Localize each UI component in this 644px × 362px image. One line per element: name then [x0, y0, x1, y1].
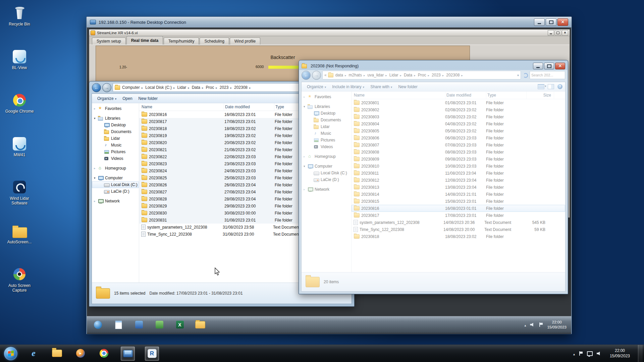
file-row[interactable]: 20230818 18/08/2023 23:02 File folder: [352, 233, 565, 240]
expander-icon[interactable]: [94, 117, 98, 120]
breadcrumb-item[interactable]: 2023: [219, 85, 234, 90]
taskbar-icon[interactable]: [173, 319, 186, 331]
column-header[interactable]: Name: [141, 103, 224, 111]
expander-icon[interactable]: [304, 155, 308, 158]
back-button[interactable]: [92, 83, 101, 92]
breadcrumb-item[interactable]: uva_lidar: [367, 73, 389, 77]
maximize-button[interactable]: [546, 18, 556, 26]
breadcrumb-item[interactable]: Data: [192, 85, 206, 90]
nav-item[interactable]: Music: [92, 142, 139, 148]
nav-item[interactable]: Network: [92, 198, 139, 204]
close-button[interactable]: [557, 18, 568, 26]
nav-item[interactable]: Libraries: [92, 115, 139, 122]
nav-item[interactable]: Computer: [92, 175, 139, 181]
column-header[interactable]: Date modified: [445, 92, 486, 99]
volume-icon[interactable]: [597, 352, 602, 356]
nav-item[interactable]: LaCie (D:): [92, 188, 139, 195]
close-button[interactable]: [562, 30, 568, 36]
file-row[interactable]: 20230816 16/08/2023 01:01 File folder: [352, 205, 565, 212]
back-button[interactable]: [302, 71, 311, 80]
streamline-tab[interactable]: Real time data: [126, 36, 163, 45]
start-button[interactable]: [4, 347, 17, 360]
breadcrumb-item[interactable]: 2023: [431, 73, 446, 77]
change-view-icon[interactable]: [538, 84, 544, 89]
expander-icon[interactable]: [304, 95, 308, 99]
taskbar-icon[interactable]: [50, 347, 64, 360]
desktop-icon[interactable]: Auto Screen Capture: [2, 267, 37, 300]
minimize-button[interactable]: [548, 30, 554, 36]
streamline-tab[interactable]: System setup: [92, 38, 126, 45]
minimize-button[interactable]: [533, 63, 543, 69]
expander-icon[interactable]: [94, 199, 98, 203]
network-icon[interactable]: [587, 351, 593, 356]
nav-item[interactable]: Computer: [302, 163, 351, 170]
toolbar-button[interactable]: Organize: [95, 95, 119, 102]
search-input[interactable]: [530, 71, 565, 79]
expander-icon[interactable]: [94, 176, 98, 180]
nav-item[interactable]: Videos: [92, 155, 139, 162]
nav-item[interactable]: Documents: [302, 117, 351, 123]
file-row[interactable]: 20230813 13/08/2023 23:04 File folder: [352, 184, 565, 191]
streamline-tab[interactable]: Scheduling: [200, 38, 229, 45]
address-dropdown-icon[interactable]: [517, 73, 519, 77]
maximize-button[interactable]: [544, 63, 554, 69]
breadcrumb-item[interactable]: Local Disk (C:): [145, 85, 177, 90]
taskbar-icon[interactable]: [92, 319, 104, 331]
action-center-flag-icon[interactable]: [579, 351, 583, 356]
expander-icon[interactable]: [304, 105, 308, 108]
file-row[interactable]: 20230815 15/08/2023 23:01 File folder: [352, 198, 565, 205]
forward-button[interactable]: [102, 83, 111, 92]
breadcrumb-item[interactable]: Lidar: [177, 85, 191, 90]
file-row[interactable]: 20230801 01/08/2023 23:01 File folder: [352, 99, 565, 106]
desktop-icon[interactable]: Recycle Bin: [2, 5, 37, 38]
breadcrumb-bar[interactable]: datam2hatsuva_lidarLidarDataProc20232023…: [322, 71, 521, 79]
breadcrumb-item[interactable]: 202308: [446, 73, 465, 77]
nav-item[interactable]: Music: [302, 130, 351, 137]
taskbar-icon[interactable]: [27, 347, 40, 360]
file-row[interactable]: 20230803 03/08/2023 23:02 File folder: [352, 113, 565, 120]
breadcrumb-item[interactable]: m2hats: [348, 73, 367, 77]
taskbar-icon[interactable]: [97, 347, 111, 360]
nav-item[interactable]: Lidar: [302, 123, 351, 130]
nav-item[interactable]: Local Disk (C:): [92, 181, 139, 188]
file-row[interactable]: 20230806 06/08/2023 23:03 File folder: [352, 134, 565, 141]
desktop-icon[interactable]: Google Chrome: [2, 93, 37, 125]
volume-icon[interactable]: [530, 323, 535, 327]
toolbar-button[interactable]: Organize: [304, 83, 329, 90]
column-header[interactable]: Date modified: [224, 103, 274, 111]
nav-item[interactable]: Videos: [302, 143, 351, 150]
taskbar-icon[interactable]: [132, 319, 145, 331]
column-header[interactable]: Size: [527, 92, 554, 99]
expander-icon[interactable]: [94, 167, 98, 170]
streamline-titlebar[interactable]: StreamLine XR v14-6.vi: [89, 29, 570, 36]
breadcrumb-item[interactable]: Lidar: [389, 73, 404, 77]
taskbar-icon[interactable]: [145, 347, 159, 361]
help-icon[interactable]: ?: [557, 84, 562, 89]
toolbar-button[interactable]: Open: [120, 95, 135, 102]
streamline-tab[interactable]: Temp/humidity: [164, 38, 199, 45]
breadcrumb-item[interactable]: Data: [404, 73, 418, 77]
toolbar-button[interactable]: New folder: [395, 83, 420, 90]
file-row[interactable]: 20230808 08/08/2023 23:03 File folder: [352, 148, 565, 156]
maximize-button[interactable]: [555, 30, 561, 36]
nav-item[interactable]: Lidar: [92, 135, 139, 142]
taskbar-icon[interactable]: [112, 319, 125, 331]
file-row[interactable]: system_parameters_122_202308 14/08/2023 …: [352, 219, 565, 226]
nav-item[interactable]: Libraries: [302, 103, 351, 110]
hidden-icons-chevron[interactable]: [524, 322, 526, 328]
nav-item[interactable]: LaCie (D:): [302, 176, 351, 183]
nav-item[interactable]: Local Disk (C:): [302, 170, 351, 176]
breadcrumb-item[interactable]: data: [335, 73, 348, 77]
action-center-flag-icon[interactable]: [539, 322, 543, 327]
column-header[interactable]: Type: [486, 92, 527, 99]
nav-item[interactable]: Documents: [92, 128, 139, 135]
file-row[interactable]: 20230802 02/08/2023 23:02 File folder: [352, 106, 565, 113]
nav-item[interactable]: Homegroup: [302, 153, 351, 160]
column-header[interactable]: Name: [353, 92, 445, 99]
file-row[interactable]: 20230809 09/08/2023 23:03 File folder: [352, 156, 565, 163]
desktop-icon[interactable]: Wind Lidar Software: [2, 180, 37, 213]
nav-item[interactable]: Favorites: [92, 105, 139, 112]
minimize-button[interactable]: [534, 18, 545, 26]
taskbar-icon[interactable]: [194, 319, 207, 331]
file-row[interactable]: 20230817 17/08/2023 23:01 File folder: [352, 212, 565, 219]
